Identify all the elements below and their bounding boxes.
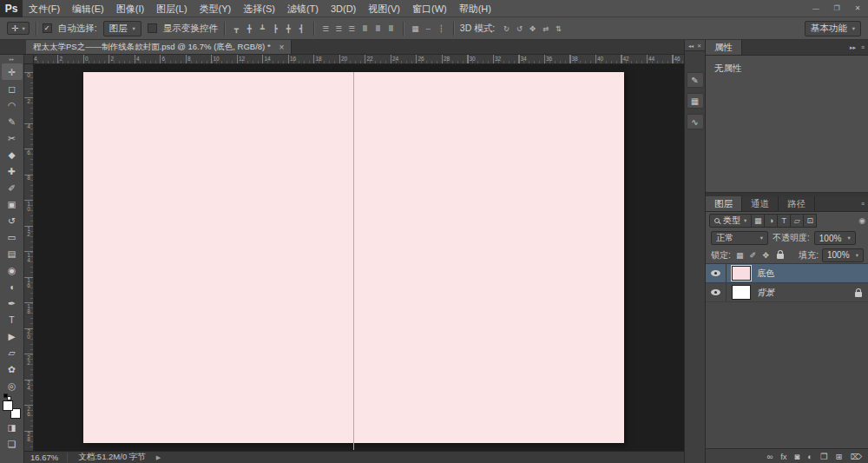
visibility-toggle[interactable]: [706, 264, 727, 282]
align-right-edges-icon[interactable]: ┫: [296, 22, 307, 36]
distribute-bottom-edges-icon[interactable]: ☰: [346, 22, 358, 36]
distribute-top-edges-icon[interactable]: ☰: [320, 22, 332, 36]
restore-button[interactable]: ❐: [826, 0, 847, 17]
menu-item[interactable]: 图层(L): [150, 0, 193, 17]
lock-pixels-icon[interactable]: ✐: [747, 251, 759, 260]
filter-type-dropdown[interactable]: 类型 ▾: [709, 214, 752, 228]
tool-preset-picker[interactable]: ✛ ▾: [7, 22, 30, 35]
shape-tool[interactable]: ▱: [2, 344, 23, 360]
align-vertical-centers-icon[interactable]: ╋: [244, 22, 255, 36]
gradient-tool[interactable]: ▤: [2, 245, 23, 261]
toolbar-collapse-icon[interactable]: ▸▸: [10, 55, 15, 63]
menu-item[interactable]: 文件(F): [23, 0, 66, 17]
add-layer-mask-icon[interactable]: ◙: [795, 452, 800, 461]
3d-drag-icon[interactable]: ✥: [527, 22, 538, 36]
minimize-button[interactable]: —: [806, 0, 826, 17]
distribute-vertical-spacing-icon[interactable]: ┆: [436, 22, 447, 36]
history-brush-tool[interactable]: ↺: [2, 212, 23, 228]
hand-tool[interactable]: ✿: [2, 360, 23, 377]
3d-roll-icon[interactable]: ↺: [514, 22, 525, 36]
brush-tool[interactable]: ✐: [2, 179, 23, 195]
foreground-color-swatch[interactable]: [3, 400, 13, 411]
crop-tool[interactable]: ✂: [2, 129, 23, 146]
marquee-tool[interactable]: ◻: [2, 80, 23, 96]
new-layer-icon[interactable]: ⊞: [836, 452, 843, 461]
dodge-tool[interactable]: ◖: [2, 278, 23, 294]
type-tool[interactable]: T: [2, 311, 23, 327]
blur-tool[interactable]: ◉: [2, 261, 23, 278]
lasso-tool[interactable]: ◠: [2, 96, 23, 113]
tab-properties[interactable]: 属性: [706, 40, 742, 55]
collapsed-panel-icon-2[interactable]: ▦: [687, 93, 704, 109]
lock-transparency-icon[interactable]: ▦: [734, 251, 746, 260]
quick-selection-tool[interactable]: ✎: [2, 113, 23, 129]
menu-item[interactable]: 帮助(H): [453, 0, 497, 17]
panel-menu-icon[interactable]: ≡: [861, 201, 865, 207]
clone-stamp-tool[interactable]: ▣: [2, 195, 23, 212]
canvas-area[interactable]: 4202468101214161820222426283032343638404…: [24, 55, 684, 451]
layer-thumbnail[interactable]: [732, 266, 751, 281]
lock-position-icon[interactable]: ✥: [760, 251, 772, 260]
close-tab-icon[interactable]: ×: [279, 43, 285, 52]
delete-layer-icon[interactable]: ⌦: [851, 452, 862, 461]
align-bottom-edges-icon[interactable]: ┻: [257, 22, 268, 36]
zoom-tool[interactable]: ◎: [2, 377, 23, 394]
expand-dock-icon[interactable]: ◂◂: [688, 43, 694, 49]
distribute-horizontal-spacing-icon[interactable]: ┄: [423, 22, 434, 36]
new-group-icon[interactable]: ❐: [820, 452, 828, 461]
distribute-left-edges-icon[interactable]: Ⅲ: [359, 22, 371, 36]
eraser-tool[interactable]: ▭: [2, 228, 23, 245]
collapsed-panel-icon-3[interactable]: ∿: [687, 114, 704, 129]
3d-slide-icon[interactable]: ⇄: [540, 22, 551, 36]
pen-tool[interactable]: ✒: [2, 294, 23, 311]
layer-row[interactable]: 背景: [706, 283, 868, 302]
lock-all-icon[interactable]: [775, 250, 786, 261]
menu-item[interactable]: 图像(I): [110, 0, 150, 17]
panel-menu-icon[interactable]: ≡: [861, 44, 865, 50]
zoom-level-field[interactable]: 16.67%: [30, 453, 68, 462]
filter-shape-layers-icon[interactable]: ▱: [790, 214, 804, 228]
menu-item[interactable]: 3D(D): [325, 0, 362, 17]
center-guide-line[interactable]: [353, 72, 354, 450]
panel-tab[interactable]: 路径: [779, 196, 815, 211]
distribute-horizontal-centers-icon[interactable]: Ⅲ: [372, 22, 384, 36]
align-left-edges-icon[interactable]: ┣: [270, 22, 281, 36]
filter-toggle-icon[interactable]: ◉: [858, 216, 865, 225]
menu-item[interactable]: 窗口(W): [406, 0, 453, 17]
collapse-dock-icon[interactable]: ▸▸: [850, 44, 856, 51]
quick-mask-button[interactable]: ◨: [2, 419, 23, 435]
eyedropper-tool[interactable]: ◆: [2, 146, 23, 162]
close-button[interactable]: ✕: [847, 0, 868, 17]
menu-item[interactable]: 视图(V): [362, 0, 406, 17]
ruler-vertical[interactable]: 0246810121416182022242628: [24, 64, 34, 451]
filter-pixel-layers-icon[interactable]: ▦: [751, 214, 765, 228]
fill-dropdown[interactable]: 100% ▾: [822, 248, 864, 262]
move-tool[interactable]: ✛: [2, 63, 23, 80]
path-selection-tool[interactable]: ▶: [2, 327, 23, 344]
show-transform-checkbox[interactable]: [148, 23, 157, 33]
opacity-dropdown[interactable]: 100% ▾: [814, 231, 856, 245]
adjustment-layer-icon[interactable]: ◐: [807, 452, 812, 461]
ruler-horizontal[interactable]: 4202468101214161820222426283032343638404…: [24, 55, 684, 64]
healing-brush-tool[interactable]: ✚: [2, 162, 23, 179]
default-colors-icon[interactable]: [3, 394, 11, 400]
filter-type-layers-icon[interactable]: T: [777, 214, 791, 228]
auto-align-layers-icon[interactable]: ▦: [410, 22, 421, 36]
close-dock-icon[interactable]: ✕: [697, 43, 701, 49]
auto-select-checkbox[interactable]: ✓: [43, 23, 52, 33]
document-tab[interactable]: 程太太学PS之——制作线条款封面.psd @ 16.7% (底色, RGB/8)…: [26, 40, 292, 54]
status-menu-arrow-icon[interactable]: ▶: [156, 454, 161, 461]
auto-select-target-dropdown[interactable]: 图层 ▾: [103, 21, 141, 36]
panel-tab[interactable]: 图层: [706, 196, 742, 211]
blend-mode-dropdown[interactable]: 正常 ▾: [711, 231, 768, 245]
distribute-vertical-centers-icon[interactable]: ☰: [333, 22, 345, 36]
layer-row[interactable]: 底色: [706, 264, 868, 283]
screen-mode-button[interactable]: ❏: [2, 435, 23, 452]
menu-item[interactable]: 选择(S): [237, 0, 281, 17]
distribute-right-edges-icon[interactable]: Ⅲ: [385, 22, 397, 36]
workspace-switcher[interactable]: 基本功能 ▾: [805, 21, 861, 36]
visibility-toggle[interactable]: [706, 283, 727, 301]
panel-tab[interactable]: 通道: [742, 196, 779, 211]
collapsed-panel-icon-1[interactable]: ✎: [687, 72, 704, 88]
link-layers-icon[interactable]: ∞: [766, 452, 773, 461]
